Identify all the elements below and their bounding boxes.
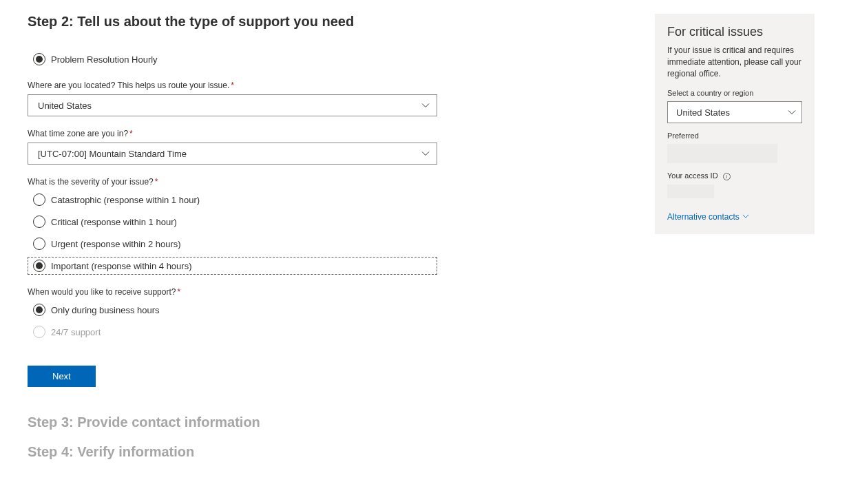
severity-radio-critical[interactable]: Critical (response within 1 hour) bbox=[28, 213, 437, 231]
plan-radio-label: Problem Resolution Hourly bbox=[51, 54, 158, 65]
radio-icon bbox=[33, 326, 45, 338]
region-label: Select a country or region bbox=[667, 89, 802, 97]
preferred-label: Preferred bbox=[667, 132, 802, 140]
timezone-label: What time zone are you in?* bbox=[28, 129, 437, 138]
sidebar-title: For critical issues bbox=[667, 25, 802, 39]
location-select[interactable]: United States bbox=[28, 94, 437, 116]
support-time-option-label: 24/7 support bbox=[51, 327, 101, 337]
critical-issues-card: For critical issues If your issue is cri… bbox=[655, 14, 815, 234]
location-select-value: United States bbox=[38, 101, 92, 111]
sidebar-text: If your issue is critical and requires i… bbox=[667, 45, 802, 79]
access-id-label: Your access ID i bbox=[667, 171, 802, 180]
required-mark: * bbox=[155, 177, 158, 187]
support-time-radio-business[interactable]: Only during business hours bbox=[28, 301, 437, 319]
step3-title: Step 3: Provide contact information bbox=[28, 414, 437, 430]
severity-radio-urgent[interactable]: Urgent (response within 2 hours) bbox=[28, 235, 437, 253]
required-mark: * bbox=[177, 287, 180, 297]
severity-label: What is the severity of your issue?* bbox=[28, 177, 437, 187]
timezone-select[interactable]: [UTC-07:00] Mountain Standard Time bbox=[28, 143, 437, 165]
step4-title: Step 4: Verify information bbox=[28, 444, 437, 460]
radio-icon bbox=[33, 53, 45, 65]
preferred-value-placeholder bbox=[667, 144, 777, 163]
alternative-contacts-link[interactable]: Alternative contacts bbox=[667, 212, 749, 222]
region-select-value: United States bbox=[676, 107, 730, 118]
severity-option-label: Critical (response within 1 hour) bbox=[51, 217, 177, 227]
support-time-label: When would you like to receive support?* bbox=[28, 287, 437, 297]
chevron-down-icon bbox=[421, 149, 430, 158]
required-mark: * bbox=[231, 81, 234, 90]
severity-option-label: Important (response within 4 hours) bbox=[51, 261, 191, 271]
next-button[interactable]: Next bbox=[28, 366, 96, 387]
support-time-option-label: Only during business hours bbox=[51, 305, 160, 315]
required-mark: * bbox=[129, 129, 133, 138]
location-label: Where are you located? This helps us rou… bbox=[28, 81, 437, 90]
radio-icon bbox=[33, 304, 45, 316]
radio-icon bbox=[33, 260, 45, 272]
chevron-down-icon bbox=[788, 108, 796, 116]
chevron-down-icon bbox=[742, 212, 749, 222]
support-time-radio-always[interactable]: 24/7 support bbox=[28, 323, 437, 341]
severity-radio-important[interactable]: Important (response within 4 hours) bbox=[28, 257, 437, 275]
radio-icon bbox=[33, 216, 45, 228]
chevron-down-icon bbox=[421, 101, 430, 109]
info-icon[interactable]: i bbox=[723, 173, 731, 180]
plan-radio-problem-resolution[interactable]: Problem Resolution Hourly bbox=[28, 50, 437, 68]
region-select[interactable]: United States bbox=[667, 101, 802, 123]
timezone-select-value: [UTC-07:00] Mountain Standard Time bbox=[38, 149, 187, 159]
radio-icon bbox=[33, 238, 45, 250]
severity-option-label: Catastrophic (response within 1 hour) bbox=[51, 195, 200, 205]
severity-option-label: Urgent (response within 2 hours) bbox=[51, 239, 181, 249]
step2-title: Step 2: Tell us about the type of suppor… bbox=[28, 14, 437, 30]
access-id-value-placeholder bbox=[667, 185, 714, 198]
severity-radio-catastrophic[interactable]: Catastrophic (response within 1 hour) bbox=[28, 191, 437, 209]
radio-icon bbox=[33, 193, 45, 206]
